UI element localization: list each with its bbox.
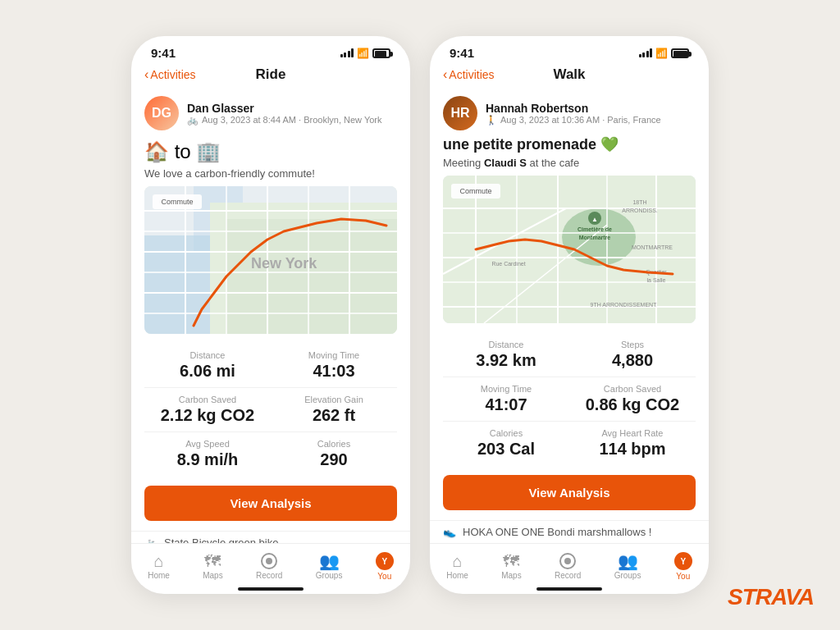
svg-text:Cimetière de: Cimetière de (578, 226, 612, 232)
back-button-1[interactable]: ‹ Activities (144, 67, 196, 82)
home-icon-1: ⌂ (153, 553, 163, 569)
nav-title-1: Ride (256, 66, 286, 83)
home-indicator-2 (536, 587, 602, 591)
view-analysis-button-1[interactable]: View Analysis (144, 486, 397, 521)
nav-home-2[interactable]: ⌂ Home (440, 551, 475, 582)
record-icon-1 (261, 553, 277, 569)
home-indicator-1 (238, 587, 304, 591)
status-time-2: 9:41 (450, 46, 474, 60)
svg-text:Commute: Commute (459, 187, 491, 195)
gear-label-2: HOKA ONE ONE Bondi marshmallows ! (463, 526, 651, 538)
content-ride: DG Dan Glasser 🚲 Aug 3, 2023 at 8:44 AM … (131, 89, 410, 543)
svg-text:Rue Cardinet: Rue Cardinet (491, 261, 525, 267)
nav-record-2[interactable]: Record (548, 551, 587, 582)
svg-text:▲: ▲ (591, 216, 598, 223)
avatar-2: HR (443, 96, 477, 130)
nav-home-1[interactable]: ⌂ Home (141, 551, 176, 582)
gear-label-1: State Bicycle green bike (164, 536, 278, 543)
bike-gear-icon-1: 🚲 (144, 536, 158, 543)
avatar-1: DG (144, 96, 179, 130)
nav-groups-label-1: Groups (316, 571, 343, 580)
nav-title-2: Walk (553, 66, 585, 83)
nav-record-label-1: Record (256, 571, 282, 580)
stat-distance-2: Distance 3.92 km (443, 333, 569, 377)
svg-text:la Salle: la Salle (647, 277, 666, 283)
view-analysis-button-2[interactable]: View Analysis (443, 475, 696, 510)
walk-icon-2: 🚶 (486, 115, 497, 126)
user-meta-1: 🚲 Aug 3, 2023 at 8:44 AM · Brooklyn, New… (187, 115, 382, 126)
bike-icon-1: 🚲 (187, 115, 199, 126)
shoe-icon-2: 👟 (443, 526, 456, 538)
nav-groups-label-2: Groups (614, 571, 641, 580)
back-label-2: Activities (449, 68, 494, 81)
stats-grid-1: Distance 6.06 mi Moving Time 41:03 Carbo… (131, 344, 410, 476)
you-avatar-2: Y (674, 552, 692, 570)
nav-header-1: ‹ Activities Ride (131, 63, 410, 89)
nav-you-2[interactable]: Y You (668, 550, 699, 582)
svg-text:Commute: Commute (161, 198, 193, 206)
svg-text:MONTMARTRE: MONTMARTRE (632, 244, 673, 250)
signal-icon-1 (340, 48, 354, 57)
map-svg-1: New York Commute (144, 186, 397, 334)
user-name-1: Dan Glasser (187, 102, 382, 115)
svg-text:Montmartre: Montmartre (579, 235, 611, 240)
activity-desc-1: We love a carbon-friendly commute! (131, 167, 410, 186)
stat-moving-time-1: Moving Time 41:03 (271, 344, 397, 388)
user-info-2: HR Hannah Robertson 🚶 Aug 3, 2023 at 10:… (430, 89, 709, 135)
nav-you-1[interactable]: Y You (369, 550, 400, 582)
wifi-icon-2: 📶 (655, 48, 668, 59)
status-icons-1: 📶 (340, 48, 391, 59)
status-bar-1: 9:41 📶 (131, 36, 410, 63)
maps-icon-1: 🗺 (204, 553, 221, 569)
nav-maps-2[interactable]: 🗺 Maps (495, 551, 527, 582)
phones-container: 9:41 📶 ‹ Activities Ride (131, 36, 709, 594)
nav-record-label-2: Record (555, 571, 581, 580)
status-bar-2: 9:41 📶 (430, 36, 709, 63)
nav-maps-1[interactable]: 🗺 Maps (196, 551, 229, 582)
record-icon-2 (559, 553, 576, 569)
battery-icon-2 (671, 48, 689, 58)
stat-steps-2: Steps 4,880 (569, 333, 696, 377)
nav-maps-label-2: Maps (501, 571, 521, 580)
gear-row-1: 🚲 State Bicycle green bike (131, 531, 410, 543)
nav-you-label-1: You (377, 572, 391, 581)
svg-text:18TH: 18TH (632, 199, 646, 205)
nav-home-label-1: Home (148, 571, 170, 580)
user-info-1: DG Dan Glasser 🚲 Aug 3, 2023 at 8:44 AM … (131, 89, 410, 135)
stat-heart-rate-2: Avg Heart Rate 114 bpm (569, 422, 696, 465)
phone-walk: 9:41 📶 ‹ Activities Walk (430, 36, 709, 594)
avatar-initials-2: HR (450, 106, 469, 121)
stat-calories-2: Calories 203 Cal (443, 422, 569, 465)
user-meta-text-2: Aug 3, 2023 at 10:36 AM · Paris, France (500, 115, 661, 125)
svg-text:New York: New York (251, 255, 317, 272)
stat-carbon-2: Carbon Saved 0.86 kg CO2 (569, 377, 696, 422)
wifi-icon-1: 📶 (357, 48, 369, 59)
back-button-2[interactable]: ‹ Activities (443, 67, 495, 82)
svg-text:ARRONDISS.: ARRONDISS. (622, 208, 658, 213)
stat-speed-1: Avg Speed 8.9 mi/h (144, 432, 271, 476)
maps-icon-2: 🗺 (503, 553, 519, 569)
gear-row-2: 👟 HOKA ONE ONE Bondi marshmallows ! (430, 520, 709, 543)
user-meta-2: 🚶 Aug 3, 2023 at 10:36 AM · Paris, Franc… (486, 115, 661, 126)
user-details-2: Hannah Robertson 🚶 Aug 3, 2023 at 10:36 … (486, 102, 661, 126)
groups-icon-2: 👥 (618, 553, 638, 569)
user-details-1: Dan Glasser 🚲 Aug 3, 2023 at 8:44 AM · B… (187, 102, 382, 126)
nav-record-1[interactable]: Record (249, 551, 289, 582)
strava-logo: STRAVA (728, 584, 814, 610)
status-icons-2: 📶 (639, 48, 690, 59)
user-meta-text-1: Aug 3, 2023 at 8:44 AM · Brooklyn, New Y… (202, 115, 382, 125)
map-svg-2: Cimetière de Montmartre 18TH ARRONDISS. … (443, 176, 696, 323)
nav-groups-1[interactable]: 👥 Groups (309, 551, 349, 582)
stat-moving-time-2: Moving Time 41:07 (443, 377, 569, 422)
stat-distance-1: Distance 6.06 mi (144, 344, 271, 388)
svg-rect-4 (226, 219, 397, 334)
stat-elevation-1: Elevation Gain 262 ft (271, 388, 397, 432)
stat-carbon-1: Carbon Saved 2.12 kg CO2 (144, 388, 271, 432)
home-icon-2: ⌂ (452, 553, 462, 569)
stat-calories-1: Calories 290 (271, 432, 397, 476)
nav-groups-2[interactable]: 👥 Groups (608, 551, 648, 582)
route-display-1: 🏠 to 🏢 (131, 135, 410, 167)
bottom-nav-2: ⌂ Home 🗺 Maps Record 👥 Groups Y You (430, 543, 709, 586)
back-label-1: Activities (150, 68, 195, 81)
battery-icon-1 (372, 48, 390, 58)
